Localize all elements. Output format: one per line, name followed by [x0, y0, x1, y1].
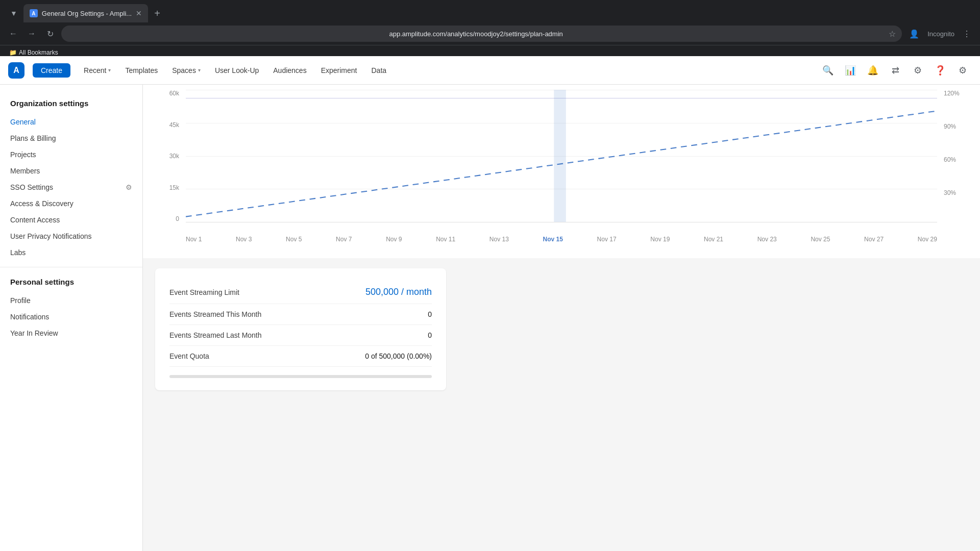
y-label-15k: 15k — [169, 184, 179, 191]
sidebar-item-plans-billing[interactable]: Plans & Billing — [0, 130, 142, 146]
settings-button[interactable]: ⚙ — [953, 61, 972, 80]
sidebar-item-year-in-review[interactable]: Year In Review — [0, 325, 142, 341]
chart-y-labels-left: 60k 45k 30k 15k 0 — [155, 90, 183, 222]
nav-item-recent[interactable]: Recent ▾ — [79, 63, 116, 78]
chart-button[interactable]: 📊 — [841, 61, 860, 80]
event-streaming-limit-label: Event Streaming Limit — [169, 288, 365, 296]
sidebar-item-notifications[interactable]: Notifications — [0, 309, 142, 325]
events-this-month-label: Events Streamed This Month — [169, 310, 428, 318]
bookmarks-folder[interactable]: 📁 All Bookmarks — [6, 48, 61, 57]
nav-templates-label: Templates — [125, 66, 158, 74]
browser-actions: 👤 Incognito ⋮ — [906, 27, 974, 41]
nav-spaces-label: Spaces — [172, 66, 196, 74]
compare-button[interactable]: ⇄ — [886, 61, 904, 80]
search-icon: 🔍 — [822, 65, 834, 76]
event-quota-row: Event Quota 0 of 500,000 (0.00%) — [169, 346, 432, 367]
settings-extra-button[interactable]: ⚙ — [909, 61, 927, 80]
forward-button[interactable]: → — [24, 27, 39, 41]
sidebar: Organization settings General Plans & Bi… — [0, 85, 143, 551]
sidebar-labs-label: Labs — [10, 248, 26, 257]
sidebar-year-review-label: Year In Review — [10, 329, 58, 337]
x-label-nov7: Nov 7 — [336, 236, 352, 243]
chart-y-labels-right: 120% 90% 60% 30% — [940, 90, 968, 222]
chart-container: 60k 45k 30k 15k 0 120% 90% 60% 30% — [155, 85, 968, 248]
sidebar-divider — [0, 267, 142, 267]
address-bar[interactable]: app.amplitude.com/analytics/moodjoy2/set… — [61, 26, 902, 42]
sidebar-plans-label: Plans & Billing — [10, 134, 56, 142]
sidebar-content-label: Content Access — [10, 216, 60, 224]
stats-section: Event Streaming Limit 500,000 / month Ev… — [143, 258, 980, 400]
sidebar-item-sso-settings[interactable]: SSO Settings ⚙ — [0, 179, 142, 195]
x-label-nov15: Nov 15 — [543, 236, 563, 243]
extensions-button[interactable]: ⋮ — [960, 27, 974, 41]
active-tab[interactable]: A General Org Settings - Ampli... ✕ — [23, 4, 148, 22]
nav-audiences-label: Audiences — [273, 66, 306, 74]
sidebar-item-content-access[interactable]: Content Access — [0, 212, 142, 228]
help-button[interactable]: ❓ — [931, 61, 949, 80]
sidebar-item-members[interactable]: Members — [0, 163, 142, 179]
content-area: 60k 45k 30k 15k 0 120% 90% 60% 30% — [143, 85, 980, 551]
app: A Create Recent ▾ Templates Spaces ▾ Use… — [0, 56, 980, 551]
nav-item-spaces[interactable]: Spaces ▾ — [167, 63, 206, 78]
sidebar-item-labs[interactable]: Labs — [0, 244, 142, 261]
y-right-60: 60% — [944, 156, 956, 163]
x-label-nov13: Nov 13 — [489, 236, 509, 243]
x-label-nov11: Nov 11 — [436, 236, 455, 243]
reload-button[interactable]: ↻ — [43, 27, 57, 41]
sidebar-item-projects[interactable]: Projects — [0, 146, 142, 163]
logo-letter: A — [13, 66, 19, 75]
nav-item-templates[interactable]: Templates — [120, 63, 163, 78]
top-nav: A Create Recent ▾ Templates Spaces ▾ Use… — [0, 56, 980, 85]
back-button[interactable]: ← — [6, 27, 20, 41]
y-label-0: 0 — [176, 215, 179, 222]
nav-item-userlookup[interactable]: User Look-Up — [210, 63, 264, 78]
sidebar-item-access-discovery[interactable]: Access & Discovery — [0, 195, 142, 212]
y-right-120: 120% — [944, 90, 960, 97]
bookmarks-folder-icon: 📁 — [9, 49, 17, 56]
chart-icon: 📊 — [845, 65, 856, 76]
y-right-90: 90% — [944, 123, 956, 130]
events-last-month-row: Events Streamed Last Month 0 — [169, 325, 432, 346]
nav-item-data[interactable]: Data — [366, 63, 391, 78]
x-label-nov27: Nov 27 — [864, 236, 884, 243]
tab-favicon: A — [30, 9, 38, 17]
tab-close-button[interactable]: ✕ — [136, 9, 142, 17]
event-quota-label: Event Quota — [169, 352, 365, 360]
chart-area — [186, 90, 937, 222]
personal-section-title: Personal settings — [0, 273, 142, 290]
nav-item-experiment[interactable]: Experiment — [316, 63, 362, 78]
y-right-30: 30% — [944, 189, 956, 196]
nav-experiment-label: Experiment — [321, 66, 357, 74]
stats-card: Event Streaming Limit 500,000 / month Ev… — [155, 268, 446, 390]
create-button[interactable]: Create — [33, 63, 70, 78]
x-label-nov5: Nov 5 — [286, 236, 302, 243]
amplitude-logo[interactable]: A — [8, 62, 24, 79]
event-streaming-limit-value: 500,000 / month — [365, 287, 432, 297]
event-streaming-limit-row: Event Streaming Limit 500,000 / month — [169, 281, 432, 304]
profile-icon-button[interactable]: 👤 — [906, 27, 922, 41]
sidebar-access-label: Access & Discovery — [10, 199, 74, 208]
browser-chrome: ▼ A General Org Settings - Ampli... ✕ + … — [0, 0, 980, 56]
x-label-nov17: Nov 17 — [597, 236, 617, 243]
sso-icon: ⚙ — [126, 183, 132, 191]
notification-bell-button[interactable]: 🔔 — [864, 61, 882, 80]
search-button[interactable]: 🔍 — [819, 61, 837, 80]
svg-rect-1 — [554, 90, 566, 222]
x-label-nov1: Nov 1 — [186, 236, 202, 243]
y-label-45k: 45k — [169, 121, 179, 129]
sidebar-item-profile[interactable]: Profile — [0, 292, 142, 309]
help-icon: ❓ — [935, 65, 946, 76]
main-layout: Organization settings General Plans & Bi… — [0, 85, 980, 551]
sidebar-profile-label: Profile — [10, 296, 31, 305]
tab-bar: ▼ A General Org Settings - Ampli... ✕ + — [0, 0, 980, 22]
sidebar-item-general[interactable]: General — [0, 114, 142, 130]
address-bar-row: ← → ↻ app.amplitude.com/analytics/moodjo… — [0, 22, 980, 45]
sidebar-general-label: General — [10, 118, 36, 126]
incognito-label: Incognito — [924, 28, 958, 40]
tab-prev-button[interactable]: ▼ — [6, 7, 21, 19]
new-tab-button[interactable]: + — [150, 6, 164, 21]
chart-svg — [186, 90, 937, 222]
nav-item-audiences[interactable]: Audiences — [268, 63, 311, 78]
bookmark-star-icon[interactable]: ☆ — [889, 29, 896, 39]
sidebar-item-user-privacy[interactable]: User Privacy Notifications — [0, 228, 142, 244]
